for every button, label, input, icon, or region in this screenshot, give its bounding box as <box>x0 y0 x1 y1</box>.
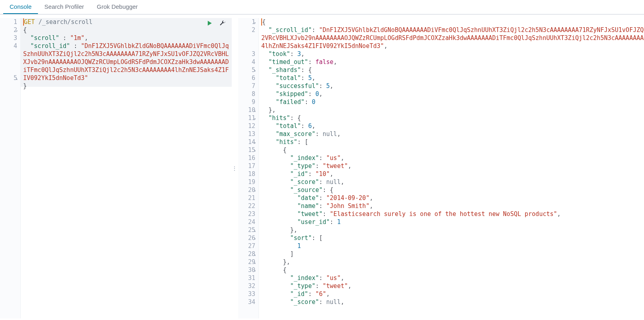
console-editor: 12▾345▴ GET /_search/scroll{ "scroll" : … <box>0 14 644 318</box>
response-viewer-pane[interactable]: 1▾2345▾678910▴11▾121314▾15▾1617181920▾21… <box>238 18 644 318</box>
request-editor-pane[interactable]: 12▾345▴ GET /_search/scroll{ "scroll" : … <box>0 18 232 318</box>
response-code: { "_scroll_id": "DnF1ZXJ5VGhlbkZldGNoBQA… <box>259 18 644 318</box>
tab-search-profiler[interactable]: Search Profiler <box>38 0 90 14</box>
tab-grok-debugger[interactable]: Grok Debugger <box>90 0 144 14</box>
request-gutter: 12▾345▴ <box>0 18 21 318</box>
wrench-icon[interactable] <box>219 20 226 27</box>
play-icon[interactable] <box>206 20 213 27</box>
resize-handle-icon[interactable]: ⋮ <box>232 18 238 318</box>
tab-console[interactable]: Console <box>3 0 38 14</box>
response-gutter: 1▾2345▾678910▴11▾121314▾15▾1617181920▾21… <box>238 18 259 318</box>
request-code[interactable]: GET /_search/scroll{ "scroll" : "1m", "s… <box>21 18 232 318</box>
tab-bar: Console Search Profiler Grok Debugger <box>0 0 644 14</box>
request-actions <box>206 20 226 27</box>
